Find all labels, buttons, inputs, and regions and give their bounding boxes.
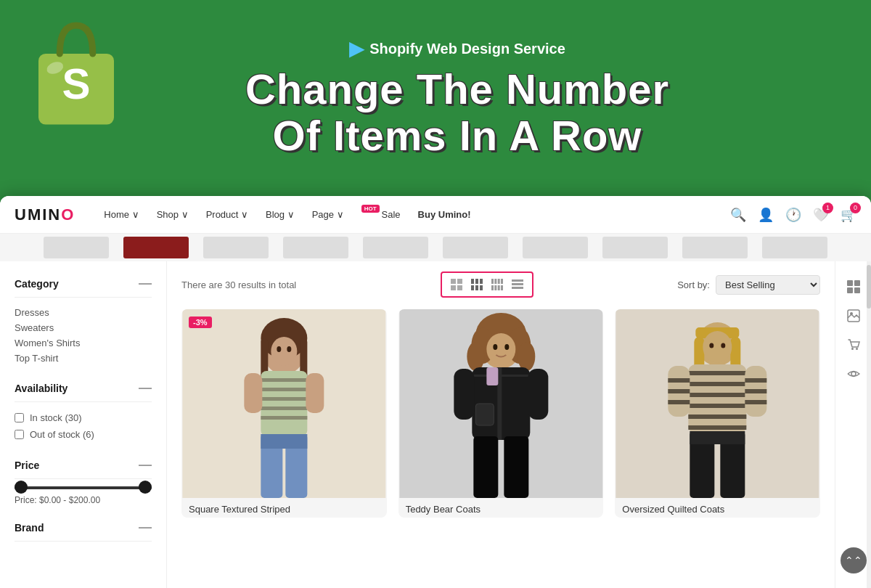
svg-rect-21 — [512, 279, 523, 282]
scrollbar-track[interactable] — [867, 261, 871, 588]
product-name-2: Teddy Bear Coats — [398, 498, 604, 518]
wishlist-badge: 1 — [822, 203, 833, 213]
product-card-2[interactable]: Teddy Bear Coats — [398, 309, 604, 518]
filter-brand: Brand — — [15, 520, 152, 542]
nav-buy[interactable]: Buy Umino! — [418, 209, 471, 220]
filter-price: Price — Price: $0.00 - $200.00 — [15, 457, 152, 505]
promo-img-3 — [203, 237, 269, 258]
nav-page[interactable]: Page ∨ — [312, 209, 344, 220]
nav-sale[interactable]: HOT Sale — [361, 209, 401, 220]
svg-rect-3 — [451, 279, 456, 284]
wishlist-icon[interactable]: 🤍 1 — [813, 207, 829, 223]
svg-rect-9 — [480, 279, 483, 284]
price-slider-min[interactable] — [15, 481, 28, 494]
filter-sweaters[interactable]: Sweaters — [15, 320, 152, 335]
nav-home[interactable]: Home ∨ — [104, 209, 139, 220]
product-img-1: -3% — [181, 309, 387, 498]
view-2col-btn[interactable] — [448, 276, 465, 293]
shop-layout: Category — Dresses Sweaters Women's Shir… — [0, 261, 871, 588]
promo-img-8 — [602, 237, 668, 258]
right-sidebar: ⌃⌃ — [835, 261, 871, 588]
svg-rect-80 — [745, 389, 767, 393]
svg-rect-18 — [494, 285, 496, 290]
brand-collapse[interactable]: — — [139, 520, 152, 535]
promo-img-2 — [123, 237, 189, 258]
svg-rect-77 — [668, 389, 690, 393]
user-icon[interactable]: 👤 — [758, 207, 774, 223]
product-area: There are 30 results in total — [167, 261, 835, 588]
svg-rect-23 — [512, 287, 523, 289]
svg-rect-11 — [475, 285, 478, 290]
product-img-2 — [398, 309, 604, 498]
search-icon[interactable]: 🔍 — [730, 207, 746, 223]
scroll-up-button[interactable]: ⌃⌃ — [841, 547, 867, 573]
svg-rect-68 — [689, 371, 747, 375]
promo-img-5 — [363, 237, 428, 258]
results-count: There are 30 results in total — [181, 279, 296, 290]
promo-img-9 — [682, 237, 748, 258]
filter-dresses[interactable]: Dresses — [15, 305, 152, 320]
svg-rect-10 — [471, 285, 474, 290]
filter-top-tshirt[interactable]: Top T-shirt — [15, 351, 152, 366]
view-4col-btn[interactable] — [488, 276, 506, 293]
svg-point-94 — [851, 348, 854, 350]
banner-subtitle: ▶ Shopify Web Design Service — [245, 38, 669, 60]
view-3col-btn[interactable] — [468, 276, 486, 293]
clock-icon[interactable]: 🕐 — [785, 207, 801, 223]
svg-rect-78 — [668, 400, 690, 404]
svg-rect-84 — [690, 431, 745, 444]
nav-blog[interactable]: Blog ∨ — [266, 209, 295, 220]
availability-collapse[interactable]: — — [139, 380, 152, 396]
nav-shop[interactable]: Shop ∨ — [157, 209, 189, 220]
banner-content: ▶ Shopify Web Design Service Change The … — [245, 38, 669, 159]
svg-rect-35 — [244, 373, 262, 413]
svg-rect-69 — [689, 382, 747, 386]
svg-rect-55 — [454, 369, 474, 420]
svg-rect-22 — [512, 283, 523, 285]
svg-point-86 — [710, 343, 714, 348]
scrollbar-thumb[interactable] — [867, 265, 871, 309]
product-card-1[interactable]: -3% Square Textured Striped — [181, 309, 387, 518]
eye-tool-icon[interactable] — [843, 363, 864, 385]
price-title: Price — — [15, 457, 152, 479]
svg-rect-53 — [475, 404, 494, 425]
svg-point-48 — [467, 342, 484, 371]
nav-icons: 🔍 👤 🕐 🤍 1 🛒 0 — [730, 207, 856, 223]
svg-point-95 — [856, 348, 858, 350]
filter-womens-shirts[interactable]: Women's Shirts — [15, 335, 152, 351]
svg-text:S: S — [62, 60, 90, 107]
in-stock-filter[interactable]: In stock (30) — [15, 409, 152, 426]
price-range: Price: $0.00 - $200.00 — [15, 486, 152, 505]
hot-badge: HOT — [361, 205, 380, 213]
out-of-stock-filter[interactable]: Out of stock (6) — [15, 426, 152, 443]
promo-img-6 — [443, 237, 508, 258]
sort-label: Sort by: — [677, 279, 710, 290]
svg-rect-12 — [480, 285, 483, 290]
product-card-3[interactable]: Oversized Quilted Coats — [615, 309, 820, 518]
svg-rect-6 — [457, 285, 462, 290]
price-collapse[interactable]: — — [139, 457, 152, 473]
in-stock-checkbox[interactable] — [15, 413, 24, 422]
out-of-stock-checkbox[interactable] — [15, 430, 24, 439]
view-list-btn[interactable] — [509, 276, 526, 293]
svg-rect-76 — [668, 378, 690, 383]
filter-category: Category — Dresses Sweaters Women's Shir… — [15, 276, 152, 366]
grid-tool-icon[interactable] — [843, 276, 864, 298]
price-slider-max[interactable] — [139, 481, 152, 494]
price-label: Price: $0.00 - $200.00 — [15, 495, 152, 505]
sort-select[interactable]: Best Selling Price: Low to High Price: H… — [716, 275, 820, 295]
svg-point-42 — [287, 346, 291, 352]
svg-point-96 — [851, 372, 856, 376]
cart-icon[interactable]: 🛒 0 — [841, 207, 856, 223]
navbar: UMINO Home ∨ Shop ∨ Product ∨ Blog ∨ Pag… — [0, 196, 871, 234]
nav-product[interactable]: Product ∨ — [206, 209, 248, 220]
cart-tool-icon[interactable] — [843, 334, 864, 356]
svg-rect-91 — [854, 287, 860, 293]
svg-rect-7 — [471, 279, 474, 284]
category-collapse[interactable]: — — [139, 276, 152, 291]
svg-rect-57 — [473, 436, 498, 498]
image-tool-icon[interactable] — [843, 305, 864, 327]
svg-rect-30 — [261, 378, 307, 382]
nav-logo: UMINO — [15, 205, 75, 224]
svg-rect-89 — [854, 280, 860, 286]
